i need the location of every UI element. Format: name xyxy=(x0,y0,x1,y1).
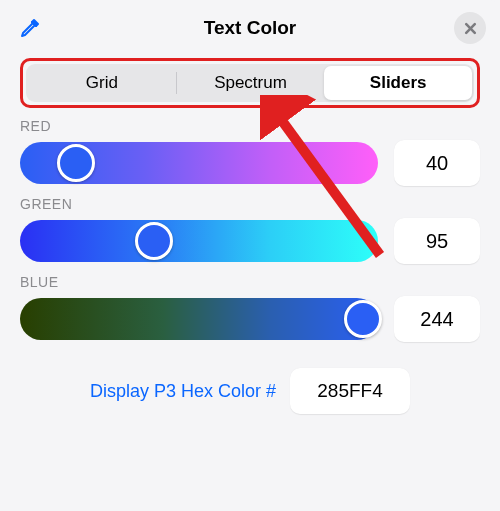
panel-title: Text Color xyxy=(46,17,454,39)
green-value-input[interactable]: 95 xyxy=(394,218,480,264)
hex-label-button[interactable]: Display P3 Hex Color # xyxy=(90,381,276,402)
header: Text Color xyxy=(14,12,486,44)
tab-grid[interactable]: Grid xyxy=(28,66,176,100)
red-value: 40 xyxy=(426,152,448,175)
eyedropper-icon xyxy=(18,16,42,40)
green-label: GREEN xyxy=(20,196,480,212)
blue-slider-thumb[interactable] xyxy=(344,300,382,338)
green-value: 95 xyxy=(426,230,448,253)
blue-value-input[interactable]: 244 xyxy=(394,296,480,342)
green-slider-track[interactable] xyxy=(20,220,378,262)
eyedropper-button[interactable] xyxy=(14,12,46,44)
red-slider-block: RED 40 xyxy=(20,118,480,186)
red-value-input[interactable]: 40 xyxy=(394,140,480,186)
blue-slider-block: BLUE 244 xyxy=(20,274,480,342)
hex-label: Display P3 Hex Color # xyxy=(90,381,276,401)
red-slider-track[interactable] xyxy=(20,142,378,184)
color-picker-panel: Text Color Grid Spectrum Sliders RED xyxy=(0,0,500,511)
picker-mode-tabs[interactable]: Grid Spectrum Sliders xyxy=(26,64,474,102)
red-slider-thumb[interactable] xyxy=(57,144,95,182)
tabs-highlight-annotation: Grid Spectrum Sliders xyxy=(20,58,480,108)
blue-value: 244 xyxy=(420,308,453,331)
green-slider-block: GREEN 95 xyxy=(20,196,480,264)
hex-value-input[interactable]: 285FF4 xyxy=(290,368,410,414)
hex-value: 285FF4 xyxy=(317,380,382,402)
tab-spectrum[interactable]: Spectrum xyxy=(177,66,325,100)
tab-label: Spectrum xyxy=(214,73,287,93)
tab-label: Sliders xyxy=(370,73,427,93)
tab-sliders[interactable]: Sliders xyxy=(324,66,472,100)
hex-row: Display P3 Hex Color # 285FF4 xyxy=(14,368,486,414)
blue-slider-track[interactable] xyxy=(20,298,378,340)
tab-label: Grid xyxy=(86,73,118,93)
close-icon xyxy=(463,21,478,36)
close-button[interactable] xyxy=(454,12,486,44)
red-label: RED xyxy=(20,118,480,134)
green-slider-thumb[interactable] xyxy=(135,222,173,260)
blue-label: BLUE xyxy=(20,274,480,290)
